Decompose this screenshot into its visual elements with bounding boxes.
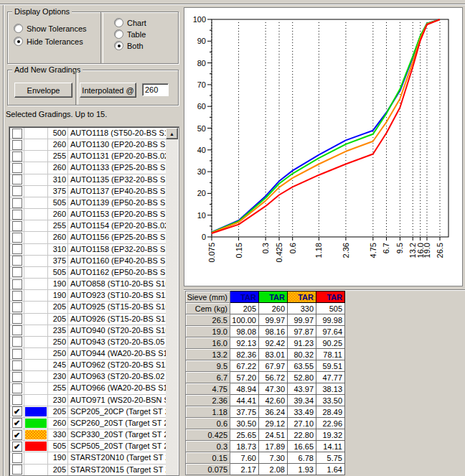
grading-checkbox[interactable] (10, 360, 24, 370)
grading-checkbox[interactable] (10, 395, 24, 406)
grading-checkbox[interactable] (10, 174, 24, 185)
checkbox-checked-icon: ✔ (12, 418, 22, 428)
grading-checkbox[interactable] (10, 186, 24, 197)
color-swatch-cell (24, 360, 48, 370)
grading-checkbox[interactable] (10, 337, 24, 347)
grading-checkbox[interactable] (10, 302, 24, 312)
list-item[interactable]: 250AUTO943 (ST20-20-BS.05 S (10, 337, 166, 348)
grading-checkbox[interactable] (10, 371, 24, 382)
grading-checkbox[interactable] (10, 220, 24, 231)
grading-checkbox[interactable] (10, 128, 24, 139)
grading-name: AUTO962 (ST20-20-BS S12 (68, 360, 166, 370)
list-item[interactable]: 375AUTO1160 (EP40-20-BS S1 (10, 256, 166, 267)
color-swatch-cell (24, 139, 48, 150)
list-item[interactable]: 260AUTO1153 (EP20-20-BS S1 (10, 209, 166, 220)
interpolated-button[interactable]: Interpolated @ (80, 83, 136, 98)
grading-checkbox[interactable] (10, 256, 24, 266)
interpolated-value-input[interactable]: 260 (142, 83, 169, 96)
cem-value: 255 (48, 383, 68, 393)
grading-checkbox[interactable] (10, 348, 24, 359)
grading-name: AUTO923 (ST10-20-BS S12 (68, 290, 166, 301)
grading-checkbox[interactable] (10, 383, 24, 393)
color-swatch-cell (24, 302, 48, 312)
grading-checkbox[interactable]: ✔ (10, 418, 24, 429)
list-item[interactable]: 310AUTO1158 (EP32-20-BS S1 (10, 244, 166, 256)
radio-hide-tolerances[interactable]: Hide Tolerances (14, 37, 83, 46)
list-item[interactable]: 255AUTO966 (WA20-20-BS S12 (10, 383, 166, 394)
passing-value-cell: 56.72 (259, 372, 288, 383)
grading-checkbox[interactable] (10, 290, 24, 301)
radio-show-tolerances[interactable]: Show Tolerances (14, 24, 87, 33)
list-item[interactable]: 190STARST20N10 (Target ST 2 (10, 452, 166, 464)
list-item[interactable]: 310AUTO1135 (EP32-20-BS S1 (10, 174, 166, 186)
list-item[interactable]: 250AUTO944 (WA20-20-BS S10 (10, 348, 166, 360)
grading-checkbox[interactable] (10, 151, 24, 162)
grading-checkbox[interactable] (10, 267, 24, 278)
y-tick-label: 40 (197, 146, 206, 154)
x-tick-label: 0.15 (235, 243, 243, 258)
grading-checkbox[interactable] (10, 452, 24, 463)
cem-value: 505 (48, 267, 68, 278)
list-item[interactable]: 230AUTO971 (WS20-20-BSN S (10, 395, 166, 406)
grading-checkbox[interactable] (10, 314, 24, 325)
color-swatch-cell (24, 465, 48, 475)
list-item[interactable]: 255AUTO1131 (EP20-20-BS.02 (10, 151, 166, 162)
list-item[interactable]: 375AUTO1137 (EP40-20-BS S1 (10, 186, 166, 197)
radio-both[interactable]: Both (114, 41, 144, 50)
list-item[interactable]: 505AUTO1139 (EP50-20-BS S1 (10, 197, 166, 209)
grading-checkbox[interactable]: ✔ (10, 429, 24, 440)
list-item[interactable]: 205AUTO925 (ST15-20-BS S10 (10, 302, 166, 313)
grading-checkbox[interactable] (10, 232, 24, 243)
cem-value: 250 (48, 337, 68, 347)
grading-checkbox[interactable] (10, 325, 24, 336)
checkbox-checked-icon: ✔ (12, 406, 22, 416)
grading-checkbox[interactable] (10, 162, 24, 173)
color-swatch-cell (24, 290, 48, 301)
color-swatch-cell (24, 220, 48, 231)
grading-checkbox[interactable] (10, 209, 24, 220)
grading-checkbox[interactable] (10, 197, 24, 208)
envelope-button[interactable]: Envelope (14, 83, 72, 98)
y-tick-label: 60 (197, 102, 206, 111)
grading-checkbox[interactable]: ✔ (10, 406, 24, 417)
grading-checkbox[interactable] (10, 244, 24, 255)
radio-chart[interactable]: Chart (114, 18, 146, 27)
y-tick-label: 80 (197, 59, 206, 67)
cem-value-cell: 205 (230, 303, 259, 314)
grading-checkbox[interactable]: ✔ (10, 441, 24, 452)
list-item[interactable]: 255AUTO1154 (EP20-20-BS.02 (10, 220, 166, 232)
list-item[interactable]: 505AUTO1162 (EP50-20-BS S1 (10, 267, 166, 279)
radio-table[interactable]: Table (114, 29, 146, 39)
list-item[interactable]: 235AUTO940 (ST20-20-BS S10 (10, 325, 166, 337)
color-swatch-cell (24, 209, 48, 220)
list-item[interactable]: 190AUTO858 (ST10-20-BS S10 (10, 279, 166, 290)
list-item[interactable]: 260AUTO1133 (EP25-20-BS S1 (10, 162, 166, 174)
list-item[interactable]: 230AUTO963 (ST20-20-BS.02 S (10, 371, 166, 383)
grading-checkbox[interactable] (10, 139, 24, 150)
list-item[interactable]: ✔330SCP330_20ST (Target ST 2 (10, 429, 166, 441)
add-new-gradings-group: Add New Gradings Envelope Interpolated @… (7, 70, 179, 106)
selected-gradings-label: Selected Gradings. Up to 15. (6, 110, 107, 118)
list-item[interactable]: 205STARST20N15 (Target ST 2 (10, 465, 166, 475)
cem-value: 190 (48, 452, 68, 463)
list-scrollbar[interactable]: ▲ (166, 128, 178, 475)
x-tick-label: 2.36 (342, 243, 350, 258)
list-item[interactable]: 260AUTO1130 (EP20-20-BS S1 (10, 139, 166, 151)
list-item[interactable]: ✔505SCP505_20ST (Target ST 2 (10, 441, 166, 452)
list-item[interactable]: 500AUTO1118 (ST50-20-BS S1 (10, 128, 166, 139)
passing-value-cell: 82.36 (230, 349, 259, 360)
list-item[interactable]: ✔205SCP205_20CP (Target ST 2 (10, 406, 166, 418)
color-swatch-cell (24, 325, 48, 336)
grading-checkbox[interactable] (10, 465, 24, 475)
scroll-up-button[interactable]: ▲ (166, 128, 178, 139)
color-swatch-cell (24, 244, 48, 255)
list-item[interactable]: ✔260SCP260_20ST (Target ST 2 (10, 418, 166, 429)
grading-table-container: Sieve (mm)TARTARTARTARCem (kg)2052603305… (185, 291, 345, 475)
list-item[interactable]: 205AUTO926 (ST15-20-BS S12 (10, 314, 166, 325)
list-item[interactable]: 190AUTO923 (ST10-20-BS S12 (10, 290, 166, 302)
passing-value-cell: 33.49 (288, 406, 316, 418)
list-item[interactable]: 245AUTO962 (ST20-20-BS S12 (10, 360, 166, 371)
grading-checkbox[interactable] (10, 279, 24, 289)
grading-name: SCP205_20CP (Target ST 2 (68, 406, 166, 417)
list-item[interactable]: 260AUTO1156 (EP25-20-BS S1 (10, 232, 166, 243)
